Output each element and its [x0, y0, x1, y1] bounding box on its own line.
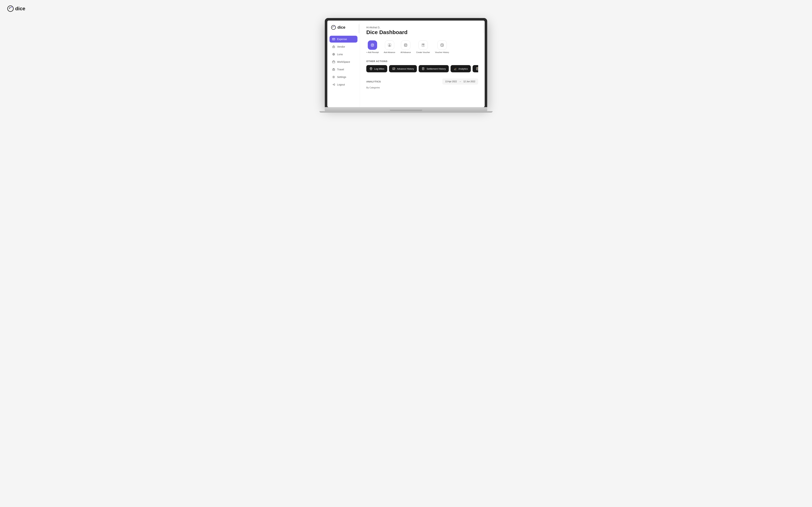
quick-action-voucher-history[interactable]: Voucher History: [435, 40, 449, 53]
svg-point-20: [373, 44, 374, 45]
sidebar-item-expense[interactable]: Expense: [329, 36, 358, 43]
app-submission-button[interactable]: App Submission: [473, 65, 478, 72]
date-range-picker[interactable]: 13 Apr 2022 → 12 Jun 2022: [442, 78, 478, 84]
quick-action-create-voucher[interactable]: Create Voucher: [416, 40, 430, 53]
top-logo: dice: [7, 5, 25, 12]
svg-rect-23: [404, 44, 407, 47]
travel-icon: [332, 68, 335, 71]
vendor-icon: [332, 45, 335, 48]
sidebar-logo-icon: [331, 25, 336, 30]
main-scrollbar: [483, 24, 484, 33]
log-miles-button[interactable]: Log Miles: [366, 65, 387, 72]
svg-point-29: [394, 68, 394, 69]
top-logo-text: dice: [15, 6, 25, 11]
laptop-base: [325, 107, 487, 111]
date-to: 12 Jun 2022: [464, 80, 475, 83]
sidebar-item-logout[interactable]: Logout: [329, 81, 358, 88]
svg-point-2: [331, 25, 335, 30]
svg-point-22: [404, 44, 407, 46]
svg-rect-33: [477, 68, 478, 68]
sidebar-item-luna-label: Luna: [337, 53, 343, 56]
advance-history-icon: [392, 67, 395, 70]
svg-rect-11: [332, 61, 335, 63]
settlement-history-button[interactable]: Settlement History: [419, 65, 448, 72]
quick-action-ask-advance[interactable]: Ask Advance: [384, 40, 395, 53]
sidebar-item-settings[interactable]: Settings: [329, 73, 358, 80]
workspace-icon: [332, 60, 335, 63]
app-submission-icon: [476, 67, 478, 70]
analytics-header: ANALYTICS 13 Apr 2022 → 12 Jun 2022: [366, 78, 478, 84]
svg-point-0: [8, 6, 13, 11]
voucher-history-icon: [437, 40, 447, 50]
ask-advance-icon: [385, 40, 394, 50]
laptop-foot: [319, 111, 493, 113]
analytics-icon: [453, 67, 457, 70]
svg-point-1: [11, 7, 12, 8]
expense-icon: [332, 38, 335, 41]
advance-history-label: Advance History: [397, 67, 414, 70]
add-receipt-icon: [368, 40, 377, 50]
settings-icon: [332, 75, 335, 79]
quick-action-add-receipt[interactable]: + Add Receipt: [366, 40, 379, 53]
quick-actions-row: + Add Receipt Ask Advance: [366, 40, 478, 55]
sidebar-item-luna[interactable]: Luna: [329, 51, 358, 58]
date-from: 13 Apr 2022: [445, 80, 457, 83]
sidebar-item-vendor[interactable]: Vendor: [329, 43, 358, 50]
sidebar-scrollbar: [359, 24, 359, 33]
create-voucher-icon: [419, 40, 428, 50]
svg-point-27: [371, 68, 372, 69]
sidebar-item-workspace-label: WorkSpace: [337, 60, 350, 63]
all-advance-label: All Advance: [400, 51, 411, 53]
sidebar-logo-text: dice: [337, 25, 345, 30]
create-voucher-label: Create Voucher: [416, 51, 430, 53]
analytics-label: Analytics: [458, 67, 468, 70]
add-receipt-label: + Add Receipt: [366, 51, 379, 53]
log-miles-icon: [369, 67, 373, 70]
sidebar-item-travel[interactable]: Travel: [329, 66, 358, 73]
other-actions-title: OTHER ACTIONS: [366, 60, 478, 63]
other-actions-row: Log Miles Advance History: [366, 65, 478, 73]
quick-action-all-advance[interactable]: All Advance: [400, 40, 411, 53]
ask-advance-label: Ask Advance: [384, 51, 395, 53]
sidebar-item-logout-label: Logout: [337, 83, 345, 86]
sidebar: dice Expense: [327, 20, 360, 107]
laptop-container: dice Expense: [325, 18, 487, 113]
voucher-history-label: Voucher History: [435, 51, 449, 53]
sidebar-item-settings-label: Settings: [337, 75, 346, 78]
sidebar-item-vendor-label: Vendor: [337, 45, 345, 48]
advance-history-button[interactable]: Advance History: [389, 65, 417, 72]
laptop-screen: dice Expense: [327, 20, 485, 107]
dice-logo-icon: [7, 5, 14, 12]
by-categories-label: By Categories: [366, 87, 478, 89]
sidebar-item-workspace[interactable]: WorkSpace: [329, 58, 358, 65]
main-content: Hi Akshat D, Dice Dashboard + Add Receip…: [360, 20, 485, 107]
analytics-button[interactable]: Analytics: [450, 65, 471, 72]
log-miles-label: Log Miles: [374, 67, 384, 70]
analytics-section-title: ANALYTICS: [366, 80, 381, 83]
settlement-history-icon: [422, 67, 425, 70]
date-arrow-icon: →: [459, 80, 462, 83]
luna-icon: [332, 53, 335, 56]
logout-icon: [332, 83, 335, 86]
sidebar-logo: dice: [329, 25, 358, 35]
svg-point-6: [333, 47, 334, 47]
greeting-text: Hi Akshat D,: [366, 26, 478, 29]
svg-point-16: [333, 77, 334, 77]
sidebar-item-travel-label: Travel: [337, 68, 344, 71]
svg-point-3: [334, 26, 334, 27]
sidebar-item-expense-label: Expense: [337, 38, 347, 41]
page-title: Dice Dashboard: [366, 29, 478, 35]
svg-point-19: [372, 45, 373, 46]
laptop-bezel: dice Expense: [325, 18, 487, 107]
settlement-history-label: Settlement History: [427, 67, 446, 70]
all-advance-icon: [401, 40, 410, 50]
svg-rect-5: [333, 46, 335, 48]
